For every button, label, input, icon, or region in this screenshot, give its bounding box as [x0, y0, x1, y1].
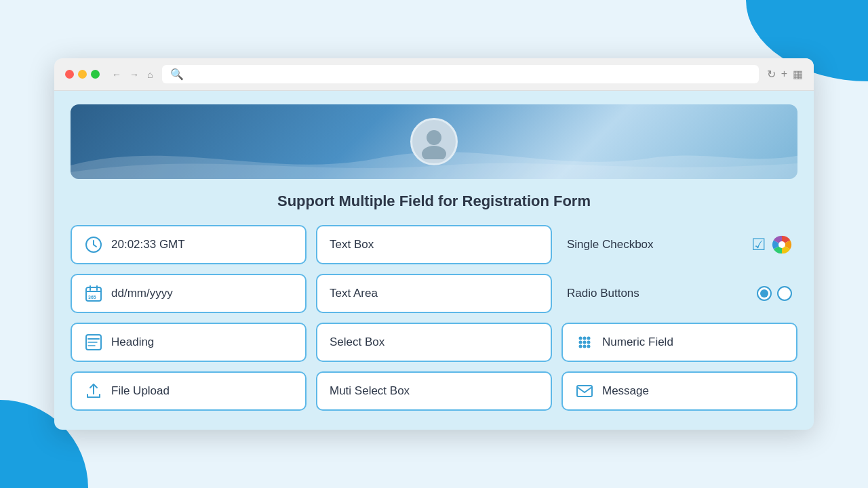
field-label-date: dd/mm/yyyy — [111, 287, 173, 300]
field-label-fileupload: File Upload — [111, 384, 170, 398]
checkbox-checked-icon: ☑ — [751, 235, 766, 254]
field-label-checkbox: Single Checkbox — [567, 238, 654, 251]
field-label-heading: Heading — [111, 336, 154, 349]
field-card-heading[interactable]: Heading — [71, 323, 307, 362]
svg-point-0 — [427, 130, 441, 145]
avatar — [410, 118, 458, 165]
field-card-radio[interactable]: Radio Buttons — [561, 274, 797, 313]
color-wheel-icon — [772, 235, 792, 255]
search-icon: 🔍 — [170, 68, 184, 81]
svg-point-1 — [422, 146, 446, 159]
traffic-light-green[interactable] — [91, 70, 100, 79]
field-label-selectbox: Select Box — [330, 336, 384, 349]
field-card-time[interactable]: 20:02:33 GMT — [71, 225, 307, 264]
svg-point-20 — [583, 341, 587, 344]
field-card-numeric[interactable]: Numeric Field — [561, 323, 797, 362]
field-label-textarea: Text Area — [330, 287, 378, 300]
form-title: Support Multiple Field for Registration … — [71, 192, 797, 210]
calendar-icon: 365 — [84, 285, 103, 302]
svg-point-19 — [579, 341, 583, 344]
field-label-time: 20:02:33 GMT — [111, 238, 185, 251]
reload-button[interactable]: ↻ — [767, 68, 776, 81]
svg-line-4 — [94, 245, 96, 247]
svg-point-24 — [587, 345, 591, 348]
new-tab-button[interactable]: + — [781, 68, 787, 81]
svg-point-22 — [579, 345, 583, 348]
radio-icons — [757, 286, 792, 301]
radio-empty-icon — [777, 286, 792, 301]
traffic-light-red[interactable] — [65, 70, 74, 79]
svg-point-23 — [583, 345, 587, 348]
clock-icon — [84, 236, 103, 253]
forward-button[interactable]: → — [128, 69, 140, 80]
field-card-selectbox[interactable]: Select Box — [316, 323, 552, 362]
browser-chrome: ← → ⌂ 🔍 ↻ + ▦ — [54, 58, 814, 91]
traffic-light-yellow[interactable] — [78, 70, 87, 79]
back-button[interactable]: ← — [111, 69, 123, 80]
field-card-date[interactable]: 365 dd/mm/yyyy — [71, 274, 307, 313]
field-card-fileupload[interactable]: File Upload — [71, 371, 307, 411]
svg-point-6 — [778, 241, 785, 248]
field-card-multiselect[interactable]: Muti Select Box — [316, 371, 552, 411]
fields-grid: 20:02:33 GMT Text Box Single Checkbox ☑ — [71, 225, 797, 411]
svg-point-17 — [583, 337, 587, 340]
home-button[interactable]: ⌂ — [146, 69, 154, 80]
browser-nav: ← → ⌂ — [111, 69, 154, 80]
field-label-radio: Radio Buttons — [567, 287, 639, 300]
page-content: Support Multiple Field for Registration … — [54, 91, 814, 430]
svg-rect-25 — [577, 386, 592, 396]
field-label-message: Message — [602, 384, 649, 398]
svg-point-18 — [587, 337, 591, 340]
browser-window: ← → ⌂ 🔍 ↻ + ▦ — [54, 58, 814, 430]
grid-icon — [575, 333, 594, 351]
url-bar[interactable]: 🔍 — [162, 65, 758, 83]
radio-filled-icon — [757, 286, 772, 301]
traffic-lights — [65, 70, 100, 79]
field-label-multiselect: Muti Select Box — [330, 384, 410, 398]
heading-icon — [84, 333, 103, 351]
field-card-textbox[interactable]: Text Box — [316, 225, 552, 264]
svg-point-16 — [579, 337, 583, 340]
field-label-textbox: Text Box — [330, 238, 374, 251]
browser-actions: ↻ + ▦ — [767, 68, 803, 81]
svg-point-21 — [587, 341, 591, 344]
upload-icon — [84, 382, 103, 400]
field-card-textarea[interactable]: Text Area — [316, 274, 552, 313]
menu-button[interactable]: ▦ — [793, 68, 803, 81]
field-label-numeric: Numeric Field — [602, 336, 673, 349]
field-card-message[interactable]: Message — [561, 371, 797, 411]
avatar-icon — [416, 124, 452, 159]
envelope-icon — [575, 382, 594, 400]
checkbox-icons: ☑ — [751, 235, 792, 255]
svg-text:365: 365 — [88, 295, 96, 300]
field-card-checkbox[interactable]: Single Checkbox ☑ — [561, 225, 797, 264]
header-banner — [71, 104, 797, 179]
